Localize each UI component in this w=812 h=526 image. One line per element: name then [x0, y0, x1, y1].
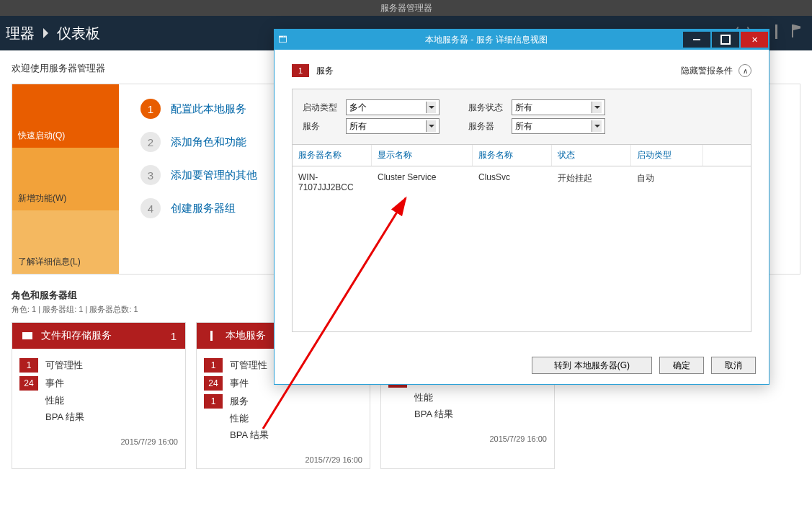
breadcrumb-part1[interactable]: 理器 — [6, 24, 35, 43]
table-row[interactable]: WIN-7107JJJ2BCC Cluster Service ClusSvc … — [293, 166, 751, 198]
chevron-down-icon — [592, 120, 602, 132]
filter-service-select[interactable]: 所有 — [346, 118, 440, 134]
minimize-button[interactable] — [683, 32, 710, 48]
chevron-right-icon — [43, 28, 48, 38]
tile-timestamp: 2015/7/29 16:00 — [381, 430, 554, 447]
cancel-button[interactable]: 取消 — [711, 357, 756, 374]
side-tab-learnmore[interactable]: 了解详细信息(L) — [12, 210, 119, 274]
dialog-title: 本地服务器 - 服务 详细信息视图 — [290, 34, 682, 46]
col-status[interactable]: 状态 — [552, 145, 631, 166]
filter-service-status-select[interactable]: 所有 — [512, 99, 605, 115]
tile-file-storage[interactable]: 文件和存储服务 1 1可管理性 24事件 性能 BPA 结果 2015/7/29… — [12, 322, 186, 469]
chevron-down-icon — [426, 102, 436, 113]
tile-timestamp: 2015/7/29 16:00 — [197, 451, 370, 468]
breadcrumb-part2[interactable]: 仪表板 — [57, 24, 100, 43]
ok-button[interactable]: 确定 — [659, 357, 704, 374]
chevron-up-icon[interactable]: ∧ — [739, 64, 751, 77]
maximize-button[interactable] — [712, 32, 739, 48]
filter-server-select[interactable]: 所有 — [512, 118, 605, 134]
filter-server-label: 服务器 — [468, 120, 512, 133]
col-service-name[interactable]: 服务名称 — [473, 145, 552, 166]
dialog-titlebar[interactable]: 🗔 本地服务器 - 服务 详细信息视图 — [275, 30, 769, 50]
services-grid: 服务器名称 显示名称 服务名称 状态 启动类型 WIN-7107JJJ2BCC … — [292, 145, 751, 332]
col-display-name[interactable]: 显示名称 — [372, 145, 473, 166]
app-icon: 🗔 — [275, 35, 290, 45]
filter-startup-type-select[interactable]: 多个 — [346, 99, 440, 115]
side-tab-quickstart[interactable]: 快速启动(Q) — [12, 84, 119, 148]
tile-timestamp: 2015/7/29 16:00 — [12, 433, 185, 450]
filter-service-status-label: 服务状态 — [468, 102, 512, 114]
flag-icon[interactable] — [790, 24, 805, 39]
col-startup-type[interactable]: 启动类型 — [631, 145, 703, 166]
close-button[interactable] — [741, 32, 768, 48]
server-icon — [205, 329, 218, 342]
col-server-name[interactable]: 服务器名称 — [293, 145, 372, 166]
services-count-badge: 1 — [292, 64, 309, 77]
goto-local-server-button[interactable]: 转到 本地服务器(G) — [532, 357, 652, 374]
hide-alert-label[interactable]: 隐藏警报条件 — [681, 65, 733, 77]
app-title: 服务器管理器 — [380, 3, 432, 13]
filter-startup-type-label: 启动类型 — [303, 102, 346, 114]
storage-icon — [21, 329, 34, 342]
app-title-bar: 服务器管理器 — [0, 0, 812, 16]
filter-service-label: 服务 — [303, 120, 346, 133]
side-tab-whatsnew[interactable]: 新增功能(W) — [12, 148, 119, 211]
services-detail-dialog: 🗔 本地服务器 - 服务 详细信息视图 1 服务 隐藏警报条件 ∧ 启动类型 多… — [274, 29, 769, 385]
chevron-down-icon — [426, 120, 436, 132]
chevron-down-icon — [592, 102, 602, 113]
filter-panel: 启动类型 多个 服务状态 所有 服务 所有 服务器 所有 — [292, 89, 751, 145]
services-label: 服务 — [316, 65, 334, 77]
